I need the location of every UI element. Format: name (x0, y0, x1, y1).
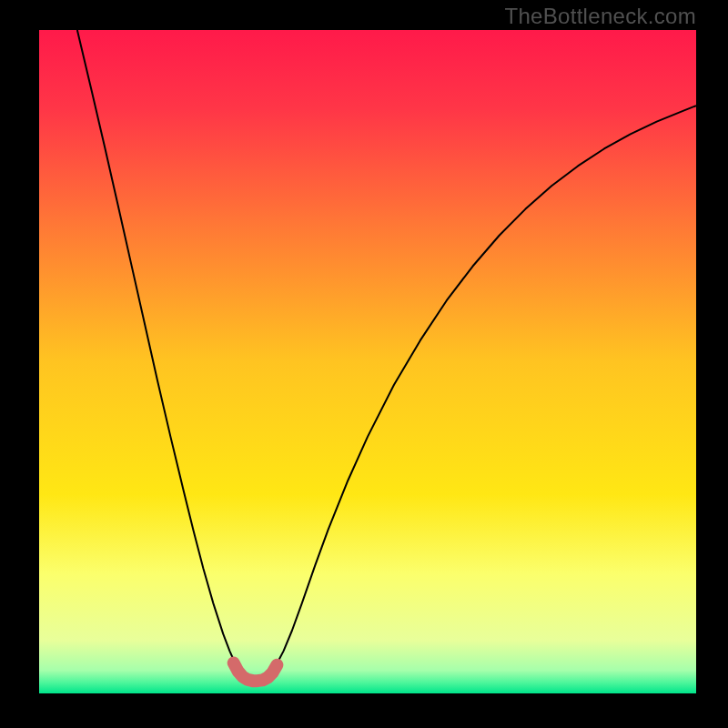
chart-frame: TheBottleneck.com (0, 0, 728, 728)
chart-svg (39, 30, 696, 693)
watermark-text: TheBottleneck.com (504, 4, 696, 29)
plot-area (39, 30, 696, 693)
gradient-background (39, 30, 696, 693)
